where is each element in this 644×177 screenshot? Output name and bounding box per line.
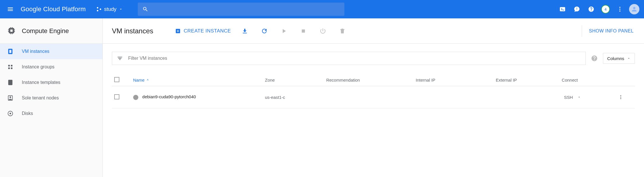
chat-icon xyxy=(574,6,580,12)
column-header-recommendation[interactable]: Recommendation xyxy=(324,74,414,86)
filter-icon xyxy=(117,55,123,61)
column-header-name[interactable]: Name xyxy=(133,78,145,82)
sidebar-item-label: Disks xyxy=(22,111,33,116)
refresh-button[interactable] xyxy=(257,24,272,38)
main-layout: Compute Engine VM instances Instance gro… xyxy=(0,18,644,177)
refresh-icon xyxy=(261,28,268,34)
brand-title: Google Cloud Platform xyxy=(21,5,86,13)
download-icon xyxy=(241,28,248,34)
toolbar-divider xyxy=(582,25,582,37)
filter-box[interactable] xyxy=(112,52,586,65)
sole-tenant-icon xyxy=(7,95,14,101)
terminal-icon xyxy=(559,6,566,12)
ssh-connect-button[interactable]: SSH xyxy=(562,94,583,101)
svg-point-0 xyxy=(97,7,98,9)
svg-point-8 xyxy=(9,113,11,114)
sidebar-item-label: Instance templates xyxy=(22,80,60,85)
vm-instances-table: Name ^ Zone Recommendation Internal IP E… xyxy=(112,74,635,108)
gift-badge-button[interactable]: 4 xyxy=(599,3,612,16)
sidebar-item-vm-instances[interactable]: VM instances xyxy=(0,44,102,59)
page-title: VM instances xyxy=(112,27,153,35)
svg-point-10 xyxy=(620,95,621,96)
power-icon xyxy=(319,28,326,34)
more-vert-icon xyxy=(618,95,623,100)
column-header-external-ip[interactable]: External IP xyxy=(494,74,560,86)
sidebar-item-disks[interactable]: Disks xyxy=(0,106,102,121)
start-button[interactable] xyxy=(276,24,291,38)
sidebar-item-instance-groups[interactable]: Instance groups xyxy=(0,59,102,75)
search-icon xyxy=(142,6,148,12)
svg-point-4 xyxy=(619,9,620,10)
instance-groups-icon xyxy=(7,64,14,70)
column-header-zone[interactable]: Zone xyxy=(263,74,324,86)
row-more-menu[interactable] xyxy=(618,88,633,106)
sort-ascending-icon: ^ xyxy=(147,78,149,82)
columns-label: Columns xyxy=(607,56,624,61)
person-icon xyxy=(631,6,638,13)
topbar-right-actions: 4 xyxy=(556,3,641,16)
help-button[interactable] xyxy=(585,3,598,16)
search-input[interactable] xyxy=(152,7,340,12)
chevron-down-icon xyxy=(577,95,581,99)
main-content: VM instances CREATE INSTANCE xyxy=(103,18,644,177)
svg-rect-9 xyxy=(302,29,305,32)
chevron-down-icon xyxy=(627,57,631,60)
filter-row: Columns xyxy=(112,52,635,65)
select-all-checkbox[interactable] xyxy=(114,77,119,82)
utilities-menu-button[interactable] xyxy=(614,3,626,16)
instance-name[interactable]: debian9-cuda90-pytorch040 xyxy=(142,94,196,99)
ssh-label: SSH xyxy=(564,95,573,100)
vm-instances-icon xyxy=(7,48,14,55)
sidebar-item-label: VM instances xyxy=(22,49,49,54)
columns-button[interactable]: Columns xyxy=(603,53,635,64)
project-picker[interactable]: study xyxy=(93,5,126,14)
create-instance-label: CREATE INSTANCE xyxy=(184,28,231,34)
filter-input[interactable] xyxy=(128,56,581,61)
play-icon xyxy=(280,28,287,34)
svg-point-3 xyxy=(619,7,620,8)
reset-button[interactable] xyxy=(315,24,330,38)
compute-engine-icon xyxy=(7,26,16,36)
column-header-internal-ip[interactable]: Internal IP xyxy=(413,74,493,86)
svg-point-12 xyxy=(620,98,621,99)
filter-help-icon[interactable] xyxy=(591,55,598,62)
trash-icon xyxy=(339,28,346,34)
stop-icon xyxy=(300,28,307,34)
svg-point-5 xyxy=(619,11,620,12)
hamburger-menu-button[interactable] xyxy=(3,2,17,16)
menu-icon xyxy=(7,6,14,13)
row-checkbox[interactable] xyxy=(114,94,119,99)
project-icon xyxy=(96,6,102,12)
toolbar: VM instances CREATE INSTANCE xyxy=(103,18,644,44)
sidebar-header: Compute Engine xyxy=(0,18,102,44)
more-vert-icon xyxy=(617,6,623,12)
stop-button[interactable] xyxy=(296,24,311,38)
status-indicator xyxy=(133,95,138,100)
delete-button[interactable] xyxy=(335,24,350,38)
svg-point-1 xyxy=(97,10,98,11)
notifications-button[interactable] xyxy=(571,3,583,16)
account-button[interactable] xyxy=(628,3,641,16)
svg-point-11 xyxy=(620,97,621,98)
chevron-down-icon xyxy=(119,7,123,11)
column-header-connect[interactable]: Connect xyxy=(559,74,616,86)
instance-templates-icon xyxy=(7,79,14,86)
cloud-shell-button[interactable] xyxy=(556,3,569,16)
search-box[interactable] xyxy=(138,3,344,16)
show-info-panel-button[interactable]: SHOW INFO PANEL xyxy=(588,26,635,36)
sidebar-item-sole-tenant[interactable]: Sole tenant nodes xyxy=(0,90,102,106)
sidebar-item-instance-templates[interactable]: Instance templates xyxy=(0,75,102,90)
help-icon xyxy=(588,6,594,12)
sidebar-item-label: Instance groups xyxy=(22,64,55,70)
service-title: Compute Engine xyxy=(22,27,69,35)
top-navigation-bar: Google Cloud Platform study 4 xyxy=(0,0,644,18)
disks-icon xyxy=(7,110,14,117)
table-row: debian9-cuda90-pytorch040 us-east1-c SSH xyxy=(112,86,635,108)
import-vm-button[interactable] xyxy=(237,24,252,38)
instance-recommendation xyxy=(324,86,414,108)
instance-external-ip xyxy=(494,86,560,108)
create-instance-button[interactable]: CREATE INSTANCE xyxy=(172,26,234,36)
sidebar-item-label: Sole tenant nodes xyxy=(22,95,59,101)
content-area: Columns Name ^ Zone Recommendation Inter… xyxy=(103,44,644,116)
instance-internal-ip xyxy=(413,86,493,108)
